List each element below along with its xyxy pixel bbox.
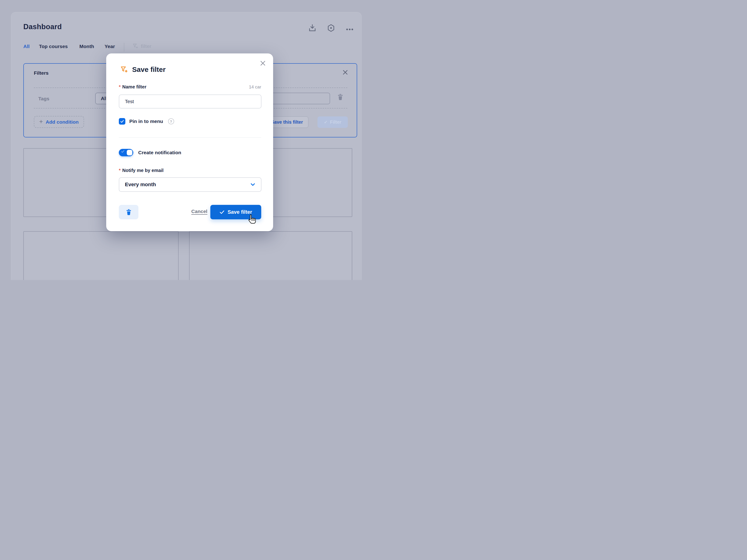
save-filter-button[interactable]: Save filter	[210, 205, 261, 219]
char-counter: 14 car	[249, 84, 261, 89]
modal-header: Save filter	[120, 65, 165, 74]
check-icon	[220, 210, 225, 215]
page-title: Dashboard	[23, 23, 62, 31]
check-icon: ✓	[324, 119, 328, 125]
name-filter-input[interactable]	[119, 95, 261, 108]
plus-icon: +	[39, 118, 43, 125]
funnel-plus-icon	[120, 65, 128, 74]
pin-checkbox[interactable]	[119, 118, 125, 125]
toggle-knob	[127, 150, 132, 155]
tabs-divider	[124, 43, 124, 52]
tab-top-courses[interactable]: Top courses	[39, 44, 68, 49]
modal-divider	[119, 137, 261, 138]
tab-year[interactable]: Year	[105, 44, 115, 49]
tab-all[interactable]: All	[23, 44, 30, 49]
name-filter-label: *Name filter	[119, 84, 146, 89]
screen: Dashboard All Top courses Month Year	[0, 0, 374, 280]
required-marker: *	[119, 168, 121, 173]
more-ellipsis-icon[interactable]	[346, 25, 354, 33]
notification-toggle[interactable]	[119, 149, 133, 156]
tags-label: Tags	[38, 96, 49, 102]
save-filter-modal: Save filter *Name filter 14 car Pin in t…	[106, 53, 273, 231]
name-filter-row: *Name filter 14 car	[119, 84, 261, 89]
save-filter-label: Save filter	[228, 209, 252, 215]
tab-filter-label: filter	[141, 44, 152, 49]
chevron-down-icon	[250, 182, 256, 188]
required-marker: *	[119, 84, 121, 89]
delete-filter-button[interactable]	[119, 205, 138, 219]
apply-filter-button[interactable]: ✓ Filter	[317, 116, 348, 128]
filters-panel-title: Filters	[34, 70, 49, 76]
add-condition-label: Add condition	[46, 119, 79, 125]
notification-toggle-label: Create notification	[138, 150, 181, 155]
trash-icon	[126, 209, 132, 216]
apply-filter-label: Filter	[330, 119, 341, 125]
filters-close-icon[interactable]	[343, 70, 348, 75]
modal-footer: Cancel Save filter	[119, 205, 261, 219]
funnel-plus-icon	[132, 43, 139, 49]
notify-by-email-row: *Notify me by email	[119, 168, 261, 173]
chart-placeholder-panel	[23, 231, 179, 280]
create-notification-row: Create notification	[119, 149, 181, 156]
pin-checkbox-label: Pin in to menu	[129, 118, 163, 124]
notify-frequency-select[interactable]: Every month	[119, 177, 261, 192]
pin-to-menu-row: Pin in to menu ?	[119, 118, 174, 125]
tab-month[interactable]: Month	[79, 44, 94, 49]
remove-condition-trash-icon[interactable]	[337, 94, 344, 101]
help-icon[interactable]: ?	[168, 118, 174, 124]
add-condition-button[interactable]: + Add condition	[34, 116, 84, 128]
modal-close-icon[interactable]	[260, 60, 266, 66]
chart-placeholder-panel	[189, 231, 352, 280]
tab-filter-disabled[interactable]: filter	[132, 43, 152, 49]
modal-title: Save filter	[132, 65, 165, 74]
settings-hexagon-icon[interactable]	[327, 24, 335, 32]
download-icon[interactable]	[309, 24, 316, 32]
notify-frequency-value: Every month	[125, 182, 156, 188]
notify-label: *Notify me by email	[119, 168, 164, 173]
